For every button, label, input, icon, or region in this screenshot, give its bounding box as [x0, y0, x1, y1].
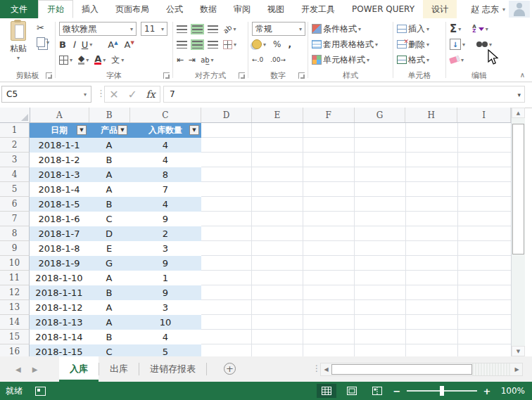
autosum-dropdown-icon[interactable]: ▾ [458, 26, 461, 32]
borders-dropdown-icon[interactable]: ▾ [70, 57, 72, 63]
column-header-E[interactable]: E [252, 108, 303, 122]
paste-dropdown-icon[interactable]: ▾ [4, 55, 32, 61]
name-box-dropdown-icon[interactable]: ▾ [84, 91, 87, 98]
font-size-combo[interactable]: 11▾ [141, 22, 167, 36]
find-select-button[interactable]: ▾ [476, 41, 492, 48]
table-cell[interactable]: 2018-1-5 [30, 197, 89, 212]
bold-button[interactable]: B [59, 39, 66, 50]
table-cell[interactable]: C [89, 212, 129, 226]
conditional-formatting-button[interactable]: 条件格式▾ [312, 22, 391, 36]
horizontal-scroll-thumb[interactable] [331, 364, 472, 375]
table-cell[interactable]: C [89, 344, 129, 356]
row-header-16[interactable]: 16 [0, 344, 30, 356]
sort-dropdown-icon[interactable]: ▾ [486, 26, 488, 32]
table-cell[interactable]: 2018-1-7 [30, 226, 89, 241]
phonetic-dropdown-icon[interactable]: ▾ [121, 57, 124, 63]
table-cell[interactable]: 3 [129, 241, 201, 256]
table-cell[interactable]: B [89, 197, 129, 212]
increase-indent-button[interactable]: ⇥ [189, 55, 196, 65]
table-cell[interactable]: A [89, 182, 129, 197]
table-cell[interactable]: A [89, 167, 129, 182]
select-all-corner[interactable] [0, 108, 30, 122]
table-cell[interactable]: 9 [129, 212, 201, 226]
fill-button[interactable]: ↓▾ [450, 39, 465, 50]
column-header-H[interactable]: H [405, 108, 457, 122]
sheet-nav-left-icon[interactable]: ◀ [15, 366, 21, 373]
ribbon-tab[interactable]: 公式 [158, 0, 191, 18]
column-header-F[interactable]: F [303, 108, 355, 122]
phonetic-button[interactable]: 文▾ [111, 54, 124, 66]
cell-styles-button[interactable]: 单元格样式▾ [312, 53, 391, 67]
table-cell[interactable]: 9 [129, 256, 201, 271]
paste-button[interactable]: 粘贴 ▾ [4, 21, 32, 61]
table-cell[interactable]: 1 [129, 271, 201, 285]
decrease-indent-button[interactable]: ⇤ [177, 55, 184, 65]
row-header-3[interactable]: 3 [0, 153, 30, 167]
column-header-C[interactable]: C [130, 108, 202, 122]
row-header-7[interactable]: 7 [0, 212, 30, 226]
ribbon-tab[interactable]: 插入 [73, 0, 107, 18]
accounting-dropdown-icon[interactable]: ▾ [263, 41, 266, 48]
align-middle-button[interactable] [192, 25, 203, 33]
ribbon-tab[interactable]: 视图 [259, 0, 293, 18]
row-header-12[interactable]: 12 [0, 285, 30, 300]
horizontal-scrollbar[interactable]: ◀ ▶ [320, 363, 523, 376]
font-color-dropdown-icon[interactable]: ▾ [103, 57, 106, 63]
sheet-tab[interactable]: 入库 [59, 356, 99, 382]
format-dropdown-icon[interactable]: ▾ [426, 57, 429, 63]
sort-filter-button[interactable]: AZ▾ [472, 25, 488, 33]
expand-formula-bar-icon[interactable]: ▾ [517, 91, 521, 98]
format-table-dropdown-icon[interactable]: ▾ [375, 41, 378, 48]
italic-button[interactable]: I [72, 39, 75, 50]
filter-dropdown-icon[interactable]: ▼ [77, 125, 87, 135]
font-size-dropdown-icon[interactable]: ▾ [161, 26, 164, 32]
wrap-dropdown-icon[interactable]: ▾ [211, 57, 214, 63]
find-dropdown-icon[interactable]: ▾ [489, 41, 492, 48]
filter-dropdown-icon[interactable]: ▼ [118, 125, 127, 135]
orientation-button[interactable]: ab▾ [223, 25, 236, 33]
table-cell[interactable]: A [89, 300, 129, 315]
table-cell[interactable]: 2018-1-13 [30, 315, 89, 330]
row-header-1[interactable]: 1 [0, 123, 30, 138]
decrease-decimal-button[interactable]: .00→ [270, 56, 286, 63]
column-header-A[interactable]: A [30, 108, 89, 122]
table-cell[interactable]: 7 [129, 182, 201, 197]
orientation-dropdown-icon[interactable]: ▾ [233, 26, 236, 32]
insert-cells-button[interactable]: 插入▾ [397, 22, 443, 36]
font-name-dropdown-icon[interactable]: ▾ [130, 26, 133, 32]
align-bottom-button[interactable] [208, 25, 218, 33]
file-tab[interactable]: 文件 [0, 0, 38, 18]
clear-button[interactable]: ▾ [450, 57, 464, 63]
scroll-up-icon[interactable]: ▲ [512, 108, 525, 118]
vertical-scroll-thumb[interactable] [512, 124, 524, 254]
sheet-tab[interactable]: 进销存报表 [139, 356, 206, 382]
align-center-button[interactable] [192, 41, 203, 49]
user-name[interactable]: 赵 志东 [471, 4, 499, 15]
table-cell[interactable]: 3 [129, 300, 201, 315]
formula-input[interactable]: 7 ▾ [163, 86, 525, 103]
zoom-in-button[interactable]: + [483, 386, 491, 396]
table-cell[interactable]: 10 [129, 315, 201, 330]
column-header-B[interactable]: B [89, 108, 130, 122]
delete-dropdown-icon[interactable]: ▾ [426, 41, 429, 48]
wrap-text-button[interactable]: ab̲▾ [201, 56, 214, 64]
format-cells-button[interactable]: 格式▾ [397, 53, 443, 67]
row-header-6[interactable]: 6 [0, 197, 30, 212]
table-cell[interactable]: B [89, 153, 129, 167]
scroll-right-icon[interactable]: ▶ [512, 363, 522, 375]
macro-record-icon[interactable] [35, 387, 46, 396]
row-header-15[interactable]: 15 [0, 330, 30, 344]
underline-dropdown-icon[interactable]: ▾ [89, 41, 92, 48]
vertical-scrollbar[interactable]: ▲ ▼ [512, 108, 525, 356]
row-header-8[interactable]: 8 [0, 226, 30, 241]
comma-style-button[interactable]: , [288, 39, 291, 49]
row-header-2[interactable]: 2 [0, 138, 30, 153]
ribbon-tab[interactable]: 开始 [38, 0, 73, 18]
cancel-icon[interactable]: ✕ [109, 88, 118, 101]
align-right-button[interactable] [208, 41, 218, 49]
conditional-dropdown-icon[interactable]: ▾ [358, 26, 361, 32]
insert-function-icon[interactable]: fx [146, 89, 156, 100]
table-cell[interactable]: 4 [129, 138, 201, 153]
merge-center-button[interactable]: ▾ [223, 40, 236, 49]
filter-dropdown-icon[interactable]: ▼ [189, 125, 199, 135]
